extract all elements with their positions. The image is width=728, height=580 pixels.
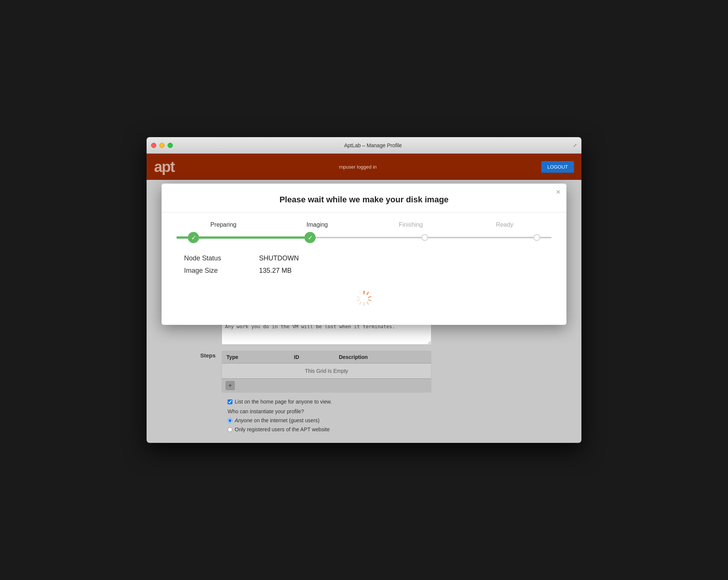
step-label-preparing: Preparing [177, 221, 270, 228]
info-section: Node Status SHUTDOWN Image Size 135.27 M… [162, 254, 566, 275]
titlebar: AptLab – Manage Profile ⤢ [147, 137, 581, 154]
modal-divider [162, 212, 566, 212]
who-label: Who can instantiate your profile? [228, 408, 574, 414]
node-status-row: Node Status SHUTDOWN [184, 254, 544, 262]
traffic-lights [151, 143, 173, 148]
steps-track: ✓ ✓ [177, 232, 551, 243]
radio-anyone[interactable] [228, 418, 232, 423]
radio-group: Who can instantiate your profile? Anyone… [228, 408, 574, 432]
svg-line-4 [367, 302, 368, 304]
track-imaging-finishing [316, 237, 421, 238]
grid-add-row: + [222, 378, 431, 392]
steps-container: Preparing Imaging Finishing Ready ✓ ✓ [162, 221, 566, 243]
step-dot-ready [533, 234, 540, 241]
mac-window: AptLab – Manage Profile ⤢ apt rnpuser lo… [147, 137, 581, 443]
logout-button[interactable]: LOGOUT [541, 161, 574, 173]
steps-labels: Preparing Imaging Finishing Ready [177, 221, 551, 228]
step-label-finishing: Finishing [364, 221, 458, 228]
track-pre-preparing [177, 236, 188, 239]
radio-registered-row: Only registered users of the APT website [228, 426, 574, 432]
svg-line-6 [360, 302, 361, 304]
svg-line-3 [368, 300, 371, 301]
checkbox-row: List on the home page for anyone to view… [228, 399, 574, 405]
image-size-row: Image Size 135.27 MB [184, 267, 544, 275]
radio-registered[interactable] [228, 427, 232, 432]
radio-anyone-row: Anyone on the internet (guest users) [228, 417, 574, 423]
steps-grid: Type ID Description This Grid Is Empty + [222, 351, 431, 393]
svg-line-7 [357, 300, 360, 301]
svg-line-8 [357, 297, 360, 298]
modal-title: Please wait while we make your disk imag… [162, 184, 566, 212]
node-status-value: SHUTDOWN [259, 254, 299, 262]
col-id: ID [289, 351, 334, 363]
svg-line-2 [368, 297, 371, 298]
grid-header: Type ID Description [222, 351, 431, 363]
spinner-container: .spin-anim { animation: spinsvg 0.9s lin… [162, 282, 566, 314]
modal-dialog: × Please wait while we make your disk im… [162, 184, 566, 325]
svg-line-9 [360, 292, 361, 294]
modal-wrapper: × Please wait while we make your disk im… [147, 180, 581, 443]
grid-add-button[interactable]: + [226, 381, 235, 390]
modal-close-button[interactable]: × [556, 188, 560, 196]
checkbox-label: List on the home page for anyone to view… [235, 399, 332, 405]
track-finishing-ready [428, 237, 533, 238]
window-title: AptLab – Manage Profile [173, 142, 573, 148]
svg-line-1 [367, 292, 368, 294]
step-label-ready: Ready [458, 221, 551, 228]
user-info: rnpuser logged in [339, 164, 376, 170]
app-logo: apt [154, 158, 174, 175]
node-status-label: Node Status [184, 254, 259, 262]
app-header: apt rnpuser logged in LOGOUT [147, 154, 581, 180]
radio-registered-label: Only registered users of the APT website [235, 426, 330, 432]
list-checkbox[interactable] [228, 399, 232, 404]
grid-empty-message: This Grid Is Empty [222, 363, 431, 378]
loading-spinner: .spin-anim { animation: spinsvg 0.9s lin… [356, 290, 372, 306]
col-type: Type [222, 351, 289, 363]
expand-icon[interactable]: ⤢ [573, 143, 577, 148]
step-dot-imaging: ✓ [304, 232, 316, 243]
step-dot-finishing [421, 234, 428, 241]
steps-label: Steps [154, 351, 222, 359]
image-size-label: Image Size [184, 267, 259, 275]
track-post-ready [540, 237, 551, 238]
radio-anyone-label: Anyone on the internet (guest users) [235, 417, 319, 423]
steps-row: Steps Type ID Description This Grid Is E… [154, 351, 574, 393]
step-label-imaging: Imaging [270, 221, 364, 228]
track-preparing-imaging [199, 236, 304, 239]
minimize-button[interactable] [159, 143, 165, 148]
image-size-value: 135.27 MB [259, 267, 292, 275]
col-description: Description [334, 351, 431, 363]
maximize-button[interactable] [168, 143, 173, 148]
close-button[interactable] [151, 143, 156, 148]
step-dot-preparing: ✓ [188, 232, 199, 243]
